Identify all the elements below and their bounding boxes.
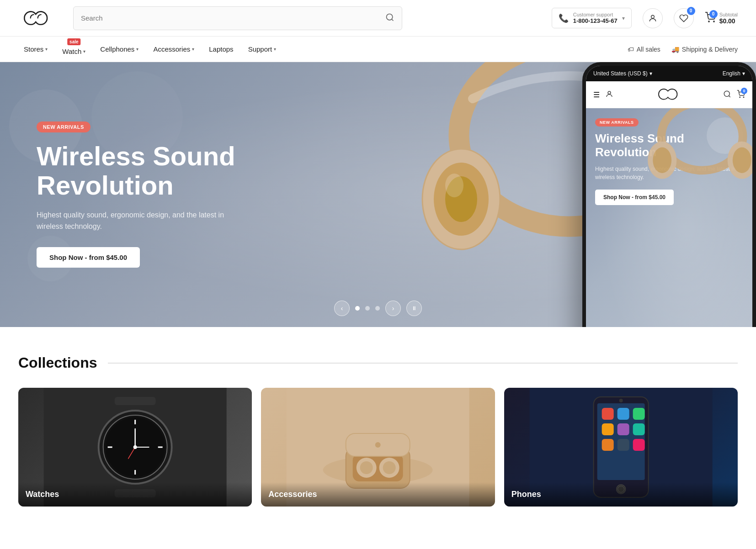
svg-point-2 xyxy=(651,15,654,18)
sale-badge: sale xyxy=(67,38,80,45)
cs-number: 1-800-123-45-67 xyxy=(573,17,618,24)
collection-card-watches[interactable]: Watches xyxy=(18,388,252,507)
subtotal-amount: $0.00 xyxy=(719,17,738,25)
phone-headphone-art xyxy=(643,108,752,222)
shipping-delivery-link[interactable]: 🚚 Shipping & Delivery xyxy=(671,46,738,53)
phone-nav-left-icons: ☰ xyxy=(593,90,613,100)
nav-item-watch[interactable]: sale Watch ▾ xyxy=(57,39,91,59)
support-chevron-icon: ▾ xyxy=(274,47,276,52)
svg-point-26 xyxy=(653,147,671,173)
tag-icon: 🏷 xyxy=(628,46,634,53)
header: 📞 Customer support 1-800-123-45-67 ▾ 0 xyxy=(0,0,756,37)
carousel-prev-button[interactable]: ‹ xyxy=(334,301,350,316)
cs-chevron-icon: ▾ xyxy=(622,15,625,21)
watch-card-label: Watches xyxy=(18,482,252,507)
phone-cart-badge: 0 xyxy=(741,88,747,94)
phone-locale-text: United States (USD $) xyxy=(593,70,648,77)
collection-grid: Watches Acc xyxy=(18,388,738,507)
collections-section: Collections xyxy=(0,327,756,525)
collections-title: Collections xyxy=(18,354,97,371)
nav-laptops-label: Laptops xyxy=(209,45,233,53)
wishlist-button[interactable]: 0 xyxy=(674,8,694,28)
phone-lang-chevron: ▾ xyxy=(742,70,745,77)
collection-card-phones[interactable]: Phones xyxy=(504,388,738,507)
svg-point-52 xyxy=(375,442,381,448)
svg-rect-63 xyxy=(617,439,629,451)
carousel-next-button[interactable]: › xyxy=(385,301,401,316)
svg-rect-57 xyxy=(617,408,629,420)
nav-item-laptops[interactable]: Laptops xyxy=(203,42,239,57)
svg-point-22 xyxy=(740,97,740,98)
svg-point-23 xyxy=(743,97,744,98)
customer-support[interactable]: 📞 Customer support 1-800-123-45-67 ▾ xyxy=(552,8,632,28)
phone-search-button[interactable] xyxy=(723,90,731,100)
watch-chevron-icon: ▾ xyxy=(83,49,85,54)
phone-language[interactable]: English ▾ xyxy=(723,70,745,77)
svg-point-28 xyxy=(733,147,751,173)
wishlist-badge: 0 xyxy=(687,7,695,15)
hero-cta-button[interactable]: Shop Now - from $45.00 xyxy=(37,247,140,268)
main-nav: Stores ▾ sale Watch ▾ Cellphones ▾ Acces… xyxy=(0,37,756,62)
phones-card-label: Phones xyxy=(504,482,738,507)
phone-cart-button[interactable]: 0 xyxy=(737,90,745,100)
svg-point-0 xyxy=(387,14,393,20)
phone-nav-right-icons: 0 xyxy=(723,90,745,100)
svg-rect-30 xyxy=(115,397,156,405)
nav-stores-label: Stores xyxy=(24,45,43,53)
cellphones-chevron-icon: ▾ xyxy=(136,47,138,52)
hero-description: Highest quality sound, ergonomic design,… xyxy=(37,209,229,232)
carousel-controls: ‹ › ⏸ xyxy=(334,301,422,316)
carousel-dot-1[interactable] xyxy=(355,306,360,311)
carousel-dot-2[interactable] xyxy=(365,306,370,311)
section-divider xyxy=(108,363,738,364)
carousel-dot-3[interactable] xyxy=(375,306,380,311)
phone-hero: NEW ARRIVALS Wireless Sound Revolution H… xyxy=(586,108,752,327)
phone-lang-text: English xyxy=(723,70,740,77)
svg-rect-60 xyxy=(617,423,629,435)
subtotal-text: Subtotal $0.00 xyxy=(719,12,738,25)
nav-item-stores[interactable]: Stores ▾ xyxy=(18,42,53,57)
hero-title: Wireless Sound Revolution xyxy=(37,142,235,200)
subtotal-label: Subtotal xyxy=(719,12,738,17)
search-button[interactable] xyxy=(385,13,394,23)
nav-item-support[interactable]: Support ▾ xyxy=(243,42,282,57)
hero-title-line1: Wireless Sound xyxy=(37,141,235,171)
mobile-overlay: United States (USD $) ▾ English ▾ ☰ xyxy=(582,62,756,327)
search-bar xyxy=(73,6,402,30)
phone-top-bar: United States (USD $) ▾ English ▾ xyxy=(586,66,752,81)
customer-support-text: Customer support 1-800-123-45-67 xyxy=(573,12,618,24)
phone-frame: United States (USD $) ▾ English ▾ ☰ xyxy=(582,62,756,327)
nav-item-accessories[interactable]: Accessories ▾ xyxy=(148,42,200,57)
all-sales-link[interactable]: 🏷 All sales xyxy=(628,46,660,53)
svg-point-42 xyxy=(133,445,137,449)
collection-card-accessories[interactable]: Accessories xyxy=(261,388,495,507)
accessories-card-label: Accessories xyxy=(261,482,495,507)
truck-icon: 🚚 xyxy=(671,46,679,53)
phone-user-button[interactable] xyxy=(605,90,613,100)
svg-point-4 xyxy=(713,21,714,22)
phone-nav: ☰ xyxy=(586,81,752,108)
nav-left: Stores ▾ sale Watch ▾ Cellphones ▾ Acces… xyxy=(18,39,282,59)
stores-chevron-icon: ▾ xyxy=(45,47,48,52)
svg-point-49 xyxy=(360,461,373,474)
phone-locale[interactable]: United States (USD $) ▾ xyxy=(593,70,652,77)
search-input[interactable] xyxy=(81,14,385,22)
cart-button[interactable]: 0 Subtotal $0.00 xyxy=(705,12,738,25)
carousel-pause-button[interactable]: ⏸ xyxy=(406,301,422,316)
shipping-label: Shipping & Delivery xyxy=(682,46,738,53)
phone-locale-chevron: ▾ xyxy=(650,70,652,77)
all-sales-label: All sales xyxy=(637,46,660,53)
svg-rect-56 xyxy=(602,408,613,420)
phone-icon: 📞 xyxy=(559,13,569,23)
svg-rect-58 xyxy=(633,408,644,420)
hero-section: NEW ARRIVALS Wireless Sound Revolution H… xyxy=(0,62,756,327)
hero-content: NEW ARRIVALS Wireless Sound Revolution H… xyxy=(0,94,272,295)
cs-label: Customer support xyxy=(573,12,618,17)
phone-menu-button[interactable]: ☰ xyxy=(593,90,600,99)
nav-item-cellphones[interactable]: Cellphones ▾ xyxy=(95,42,144,57)
logo[interactable] xyxy=(18,7,55,30)
phone-logo xyxy=(655,86,682,103)
nav-watch-label: Watch xyxy=(62,48,81,55)
svg-rect-61 xyxy=(633,423,644,435)
user-button[interactable] xyxy=(643,8,663,28)
